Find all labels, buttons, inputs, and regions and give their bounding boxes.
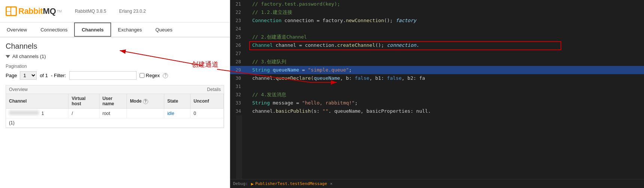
code-line-27: 27 — [230, 49, 644, 58]
nav-channels[interactable]: Channels — [74, 22, 111, 37]
token: "hello, rabbitmq!" — [302, 100, 355, 106]
line-code-23: Connection connection = factory.newConne… — [249, 16, 644, 25]
code-line-34: 34 channel.basicPublish(s: "". queueName… — [230, 107, 644, 115]
regex-help-icon[interactable]: ? — [163, 73, 168, 78]
bottom-bar: Debug: ▶ PublisherTest.testSendMessage × — [230, 179, 644, 188]
line-num-32: 32 — [230, 91, 243, 99]
col-state: State — [164, 94, 190, 109]
token: Connection — [252, 18, 281, 23]
channel-num: 1 — [40, 111, 44, 116]
page-select[interactable]: 1 — [20, 71, 37, 80]
state-link[interactable]: idle — [167, 111, 174, 116]
regex-checkbox-container: Regex — [140, 73, 160, 78]
token: createChannel — [337, 42, 375, 48]
col-mode: Mode ? — [127, 94, 164, 109]
svg-rect-3 — [11, 7, 16, 15]
token: = — [299, 67, 308, 73]
line-marker-33 — [243, 99, 249, 107]
debug-label: Debug: — [233, 181, 248, 186]
nav-queues[interactable]: Queues — [149, 22, 179, 37]
debug-runner-icon: ▶ — [251, 181, 254, 187]
token: connection = factory. — [281, 18, 346, 23]
line-code-22: // 1.2.建立连接 — [249, 8, 644, 16]
token: "simple.queue" — [308, 67, 349, 73]
token: channel. — [252, 75, 276, 81]
token: queueDeclare — [276, 75, 311, 81]
line-num-31: 31 — [230, 82, 243, 91]
regex-checkbox[interactable] — [140, 73, 144, 78]
logo-rabbit: Rabbit — [18, 6, 43, 16]
line-code-28: // 3.创建队列 — [249, 58, 644, 66]
line-marker-25 — [243, 33, 249, 41]
close-tab-button[interactable]: × — [330, 181, 333, 186]
cell-username: root — [99, 109, 126, 118]
erlang-version: Erlang 23.0.2 — [119, 9, 146, 14]
rabbitmq-version: RabbitMQ 3.8.5 — [75, 9, 106, 14]
code-area: 21 // factory.test.password(key);22 // 1… — [230, 0, 644, 179]
regex-label: Regex — [146, 73, 160, 78]
code-line-28: 28 // 3.创建队列 — [230, 58, 644, 66]
code-lines: 21 // factory.test.password(key);22 // 1… — [230, 0, 644, 115]
col-vhost: Virtual host — [68, 94, 99, 109]
filter-label: - Filter: — [51, 73, 66, 78]
line-marker-23 — [243, 16, 249, 25]
code-line-33: 33 String message = "hello, rabbitmq!"; — [230, 99, 644, 107]
line-marker-29 — [243, 66, 249, 74]
token: , b: — [340, 75, 355, 81]
line-code-25: // 2.创建通道Channel — [249, 33, 644, 41]
cell-state: idle — [164, 109, 190, 118]
line-code-27 — [249, 49, 644, 58]
debug-runner[interactable]: ▶ PublisherTest.testSendMessage — [251, 181, 327, 187]
token: queueName — [273, 67, 299, 73]
main-nav: Overview Connections Channels Exchanges … — [0, 22, 230, 37]
token: . queueName, basicProperties: null. — [329, 108, 431, 114]
line-marker-28 — [243, 58, 249, 66]
section-label: All channels (1) — [12, 54, 46, 59]
line-code-26: Channel channel = connection.createChann… — [249, 41, 644, 49]
of-label: of 1 — [40, 73, 48, 78]
nav-connections[interactable]: Connections — [34, 22, 74, 37]
rabbitmq-icon — [6, 6, 17, 16]
cell-unconf: 0 — [190, 109, 224, 118]
line-marker-26 — [243, 41, 249, 49]
token: (s: — [311, 108, 323, 114]
token: // 2.创建通道Channel — [252, 34, 307, 40]
code-editor: 21 // factory.test.password(key);22 // 1… — [230, 0, 644, 188]
svg-rect-2 — [7, 12, 10, 15]
token: (); — [375, 42, 387, 48]
nav-overview[interactable]: Overview — [0, 22, 34, 37]
line-code-29: String queueName = "simple.queue"; — [249, 66, 644, 74]
line-marker-31 — [243, 82, 249, 91]
line-marker-22 — [243, 8, 249, 16]
token: , b2: fa — [402, 75, 425, 81]
code-line-25: 25 // 2.创建通道Channel — [230, 33, 644, 41]
line-marker-30 — [243, 74, 249, 82]
collapse-icon[interactable] — [6, 55, 10, 58]
line-code-21: // factory.test.password(key); — [249, 0, 644, 8]
code-line-23: 23 Connection connection = factory.newCo… — [230, 16, 644, 25]
token: String — [252, 100, 270, 106]
page-text: Page — [6, 73, 17, 78]
nav-exchanges[interactable]: Exchanges — [111, 22, 149, 37]
debug-runner-label: PublisherTest.testSendMessage — [255, 181, 327, 186]
token: queueName — [314, 75, 340, 81]
table-section-header: Overview Details — [6, 85, 224, 94]
mode-help-icon[interactable]: ? — [143, 99, 148, 104]
token: "" — [323, 108, 329, 114]
line-code-34: channel.basicPublish(s: "". queueName, b… — [249, 107, 644, 115]
line-num-22: 22 — [230, 8, 243, 16]
line-num-29: 29 — [230, 66, 243, 74]
line-num-27: 27 — [230, 49, 243, 58]
token: // 3.创建队列 — [252, 59, 286, 64]
code-line-32: 32 // 4.发送消息 — [230, 91, 644, 99]
channels-table-container: Overview Details Channel Virtual host Us… — [6, 85, 224, 128]
filter-input[interactable] — [69, 71, 137, 80]
line-marker-34 — [243, 107, 249, 115]
logo: RabbitMQTM — [6, 6, 62, 16]
token: factory — [396, 18, 416, 23]
table-footer: (1) — [6, 118, 224, 128]
token: , b1: — [369, 75, 387, 81]
code-line-22: 22 // 1.2.建立连接 — [230, 8, 644, 16]
token: channel = connection. — [273, 42, 337, 48]
line-marker-32 — [243, 91, 249, 99]
